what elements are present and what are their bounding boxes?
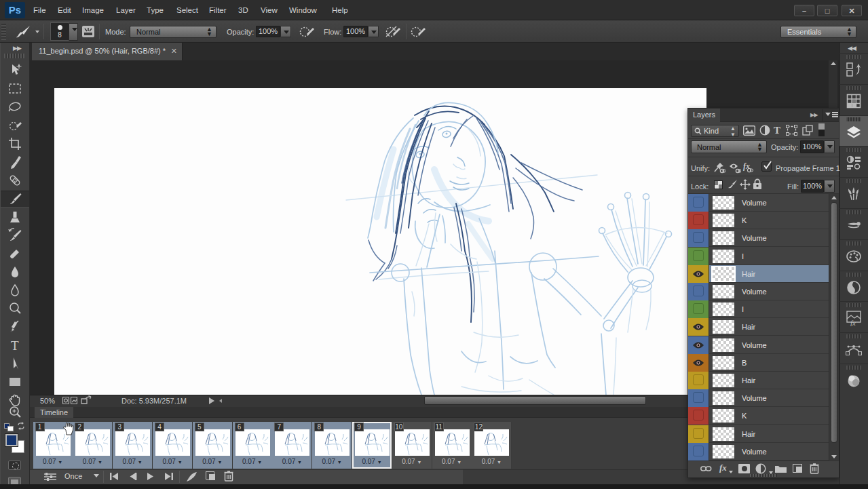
svg-text:fx: fx (850, 319, 856, 326)
svg-text:T: T (11, 338, 19, 353)
